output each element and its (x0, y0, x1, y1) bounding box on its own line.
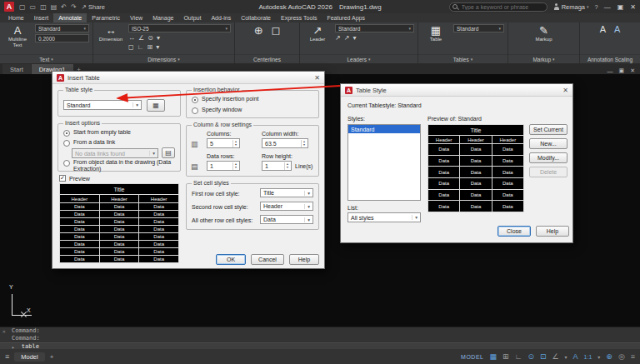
chevron-down-icon[interactable]: ▾ (156, 43, 159, 51)
close-icon[interactable]: ✕ (562, 87, 568, 94)
tab-insert[interactable]: Insert (29, 13, 54, 22)
help-icon[interactable]: ? (595, 3, 598, 11)
panel-label-markup[interactable]: Markup▾ (508, 54, 579, 63)
table-button[interactable]: ▦ Table (422, 24, 450, 42)
annotation-scale-value[interactable]: 1:1 (584, 354, 592, 360)
autocad-logo-icon[interactable]: A (4, 2, 14, 12)
angular-dim-icon[interactable]: ∠ (138, 34, 144, 42)
isolate-objects-icon[interactable]: ◎ (618, 352, 625, 361)
text-style-select[interactable]: Standard (35, 24, 89, 32)
tab-annotate[interactable]: Annotate (53, 13, 87, 22)
new-layout-button[interactable]: + (50, 353, 54, 361)
dim-style-select[interactable]: ISO-25 (128, 24, 231, 32)
close-button[interactable]: Close (498, 226, 531, 237)
styles-list[interactable]: Standard (348, 124, 421, 201)
tab-home[interactable]: Home (3, 13, 29, 22)
panel-label-tables[interactable]: Tables▾ (418, 54, 508, 63)
ortho-icon[interactable]: ∟ (515, 352, 522, 361)
osnap-icon[interactable]: ⊡ (540, 352, 547, 361)
add-leader-icon[interactable]: ↗ (335, 34, 341, 42)
multiline-text-button[interactable]: A Multiline Text (3, 24, 32, 48)
settings-icon[interactable]: ⊕ (606, 352, 612, 361)
undo-icon[interactable]: ↶ (61, 3, 67, 11)
tab-parametric[interactable]: Parametric (87, 13, 125, 22)
table-style-dialog-titlebar[interactable]: A Table Style ✕ (341, 84, 572, 97)
first-row-style-select[interactable]: Title (260, 188, 313, 197)
new-button[interactable]: New... (529, 138, 568, 149)
column-width-spinner[interactable]: 63.5 (262, 138, 308, 148)
tab-express-tools[interactable]: Express Tools (276, 13, 322, 22)
dynamic-input-icon[interactable]: ∠ (552, 352, 558, 361)
command-close-icon[interactable]: ✕ (2, 328, 6, 334)
snap-icon[interactable]: ⊞ (502, 352, 509, 361)
minimize-icon[interactable]: — (604, 3, 611, 11)
model-layout-tab[interactable]: Model (14, 352, 44, 362)
open-icon[interactable]: ▭ (30, 3, 37, 11)
table-style-select[interactable]: Standard (63, 100, 142, 110)
ok-button[interactable]: OK (216, 254, 246, 265)
polar-tracking-icon[interactable]: ⊙ (528, 352, 534, 361)
tab-view[interactable]: View (125, 13, 148, 22)
close-icon[interactable]: ✕ (630, 3, 636, 11)
layout-menu-icon[interactable]: ≡ (5, 352, 9, 361)
maximize-icon[interactable]: ▣ (618, 3, 624, 11)
style-list-item[interactable]: Standard (348, 125, 420, 133)
file-tab-start[interactable]: Start (2, 64, 31, 74)
doc-restore-icon[interactable]: ▣ (619, 67, 625, 74)
chevron-down-icon[interactable]: ▾ (565, 354, 568, 360)
panel-label-dimensions[interactable]: Dimensions▾ (93, 54, 234, 63)
new-icon[interactable]: ▢ (19, 3, 26, 11)
close-icon[interactable]: ✕ (314, 74, 320, 82)
text-height-field[interactable]: 0.2000 (35, 34, 89, 42)
model-space-label[interactable]: MODEL (461, 354, 483, 360)
mleader-style-select[interactable]: Standard (335, 24, 414, 32)
grid-icon[interactable]: ▦ (490, 352, 498, 361)
help-button[interactable]: Help (536, 226, 569, 237)
cancel-button[interactable]: Cancel (251, 254, 284, 265)
tab-featured-apps[interactable]: Featured Apps (322, 13, 370, 22)
data-link-manager-button[interactable]: ▤ (162, 147, 175, 158)
radio-specify-window[interactable]: Specify window (192, 107, 242, 114)
baseline-dim-icon[interactable]: ◻ (128, 43, 134, 51)
annotation-scale-icon[interactable]: A (600, 24, 606, 34)
customization-menu-icon[interactable]: ≡ (631, 352, 635, 361)
launch-table-style-dialog-button[interactable]: ▦ (147, 99, 165, 112)
row-height-spinner[interactable]: 1 (262, 161, 292, 171)
search-input[interactable] (449, 2, 548, 12)
add-delete-scales-icon[interactable]: A (614, 24, 620, 34)
radio-specify-insertion-point[interactable]: Specify insertion point (192, 96, 258, 103)
other-rows-style-select[interactable]: Data (260, 215, 313, 224)
leader-button[interactable]: ↗ Leader (303, 24, 332, 42)
markup-button[interactable]: ✎ Markup (530, 24, 558, 42)
panel-label-annotation-scaling[interactable]: Annotation Scaling (580, 54, 640, 63)
second-row-style-select[interactable]: Header (260, 202, 313, 211)
quick-dim-icon[interactable]: ⊞ (147, 43, 152, 51)
tab-manage[interactable]: Manage (148, 13, 178, 22)
radio-start-from-empty-table[interactable]: Start from empty table (63, 129, 131, 137)
radio-from-data-link[interactable]: From a data link (63, 139, 115, 147)
print-icon[interactable]: ▤ (51, 3, 58, 11)
annotation-visibility-icon[interactable]: A (573, 352, 578, 361)
command-line-panel[interactable]: ✕ Command: Command: ▸ _table (0, 327, 640, 349)
panel-label-text[interactable]: Text▾ (0, 54, 92, 63)
remove-leader-icon[interactable]: ↗ (344, 34, 350, 42)
doc-close-icon[interactable]: ✕ (630, 67, 635, 74)
data-rows-spinner[interactable]: 1 (207, 161, 240, 171)
panel-label-centerlines[interactable]: Centerlines (235, 54, 299, 63)
list-filter-select[interactable]: All styles (348, 212, 421, 222)
redo-icon[interactable]: ↷ (71, 3, 77, 11)
tab-add-ins[interactable]: Add-ins (206, 13, 236, 22)
chevron-down-icon[interactable]: ▾ (352, 34, 356, 42)
panel-label-leaders[interactable]: Leaders▾ (300, 54, 418, 63)
preview-checkbox[interactable]: ✓ Preview (59, 175, 90, 182)
chevron-down-icon[interactable]: ▾ (157, 34, 160, 42)
centerline-icon[interactable]: ◻ (272, 24, 281, 37)
dimension-button[interactable]: ↔ Dimension (97, 24, 125, 42)
save-icon[interactable]: ◫ (40, 3, 47, 11)
modify-button[interactable]: Modify... (529, 152, 568, 163)
user-account[interactable]: Remaga ▾ (553, 3, 589, 11)
set-current-button[interactable]: Set Current (529, 124, 568, 135)
columns-spinner[interactable]: 5 (207, 138, 240, 148)
share-button[interactable]: ↗ Share (82, 3, 105, 11)
tab-output[interactable]: Output (178, 13, 206, 22)
